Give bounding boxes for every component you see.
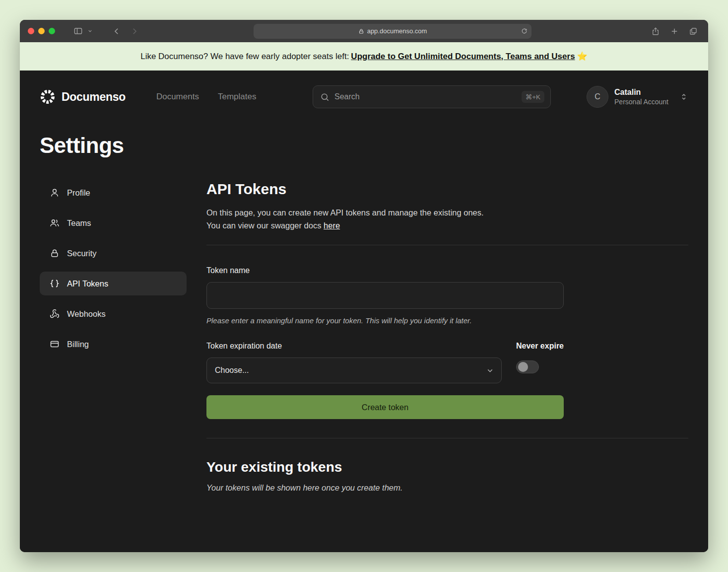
sidebar-item-label: Security	[67, 249, 97, 258]
sidebar-item-label: Profile	[67, 188, 90, 198]
browser-window: app.documenso.com Like Documenso? We hav…	[20, 20, 708, 552]
sidebar-item-label: Webhooks	[67, 309, 106, 319]
star-emoji: ⭐	[577, 51, 588, 62]
api-tokens-panel: API Tokens On this page, you can create …	[206, 181, 688, 493]
sidebar-item-webhooks[interactable]: Webhooks	[40, 302, 187, 326]
search-icon	[320, 92, 330, 102]
search-placeholder: Search	[334, 92, 360, 101]
share-icon[interactable]	[649, 24, 662, 38]
existing-tokens-section: Your existing tokens Your tokens will be…	[206, 459, 688, 493]
sidebar-toggle-icon[interactable]	[71, 24, 85, 38]
sidebar-item-profile[interactable]: Profile	[40, 181, 187, 205]
main-nav: Documents Templates	[156, 92, 256, 102]
section-description-line1: On this page, you can create new API tok…	[206, 208, 484, 217]
settings-sidebar: Profile Teams Security API Tokens Webhoo…	[40, 181, 187, 493]
search-input[interactable]: Search ⌘+K	[313, 85, 551, 108]
forward-button-icon	[128, 24, 141, 38]
close-window-button[interactable]	[28, 28, 34, 34]
address-bar[interactable]: app.documenso.com	[254, 24, 531, 39]
token-name-input[interactable]	[206, 282, 564, 309]
chevrons-up-down-icon	[679, 92, 688, 101]
divider	[206, 245, 688, 245]
page-title: Settings	[40, 133, 708, 158]
avatar: C	[587, 86, 608, 108]
select-value: Choose...	[215, 366, 249, 375]
sidebar-item-label: Teams	[67, 218, 91, 228]
app-header: Documenso Documents Templates Search ⌘+K…	[20, 71, 708, 108]
divider	[206, 438, 688, 438]
sidebar-item-security[interactable]: Security	[40, 241, 187, 265]
lock-icon	[50, 248, 60, 258]
search-shortcut-badge: ⌘+K	[522, 91, 544, 103]
sidebar-chevron-icon[interactable]	[86, 24, 94, 38]
zoom-window-button[interactable]	[49, 28, 55, 34]
webhook-icon	[50, 309, 60, 319]
existing-tokens-empty-text: Your tokens will be shown here once you …	[206, 483, 688, 493]
user-meta: Catalin Personal Account	[614, 88, 668, 106]
sidebar-item-api-tokens[interactable]: API Tokens	[40, 272, 187, 295]
user-name: Catalin	[614, 88, 668, 97]
documenso-logo-icon	[40, 89, 56, 105]
never-expire-label: Never expire	[516, 342, 564, 351]
token-name-label: Token name	[206, 266, 564, 275]
new-tab-icon[interactable]	[667, 24, 681, 38]
user-menu[interactable]: C Catalin Personal Account	[587, 86, 688, 108]
documenso-app: Documenso Documents Templates Search ⌘+K…	[20, 71, 708, 552]
nav-documents[interactable]: Documents	[156, 92, 199, 102]
browser-titlebar: app.documenso.com	[20, 20, 708, 42]
sidebar-item-teams[interactable]: Teams	[40, 211, 187, 235]
token-name-hint: Please enter a meaningful name for your …	[206, 316, 564, 325]
credit-card-icon	[50, 339, 60, 349]
expiration-date-label: Token expiration date	[206, 342, 502, 351]
chevron-down-icon	[486, 366, 494, 375]
lock-icon	[358, 28, 364, 34]
traffic-lights	[28, 28, 55, 34]
tab-overview-icon[interactable]	[686, 24, 700, 38]
existing-tokens-title: Your existing tokens	[206, 459, 688, 475]
upgrade-link[interactable]: Upgrade to Get Unlimited Documents, Team…	[351, 52, 575, 62]
never-expire-toggle[interactable]	[516, 360, 539, 373]
create-token-form: Token name Please enter a meaningful nam…	[206, 266, 564, 419]
section-title: API Tokens	[206, 181, 688, 198]
toggle-knob	[518, 362, 528, 372]
braces-icon	[50, 279, 60, 288]
sidebar-item-label: API Tokens	[67, 279, 108, 288]
user-account-type: Personal Account	[614, 98, 668, 106]
user-icon	[50, 188, 60, 198]
brand[interactable]: Documenso	[40, 89, 126, 105]
back-button-icon[interactable]	[110, 24, 124, 38]
minimize-window-button[interactable]	[38, 28, 45, 34]
url-text: app.documenso.com	[367, 27, 427, 35]
users-icon	[50, 218, 60, 228]
sidebar-item-billing[interactable]: Billing	[40, 332, 187, 356]
swagger-docs-link[interactable]: here	[324, 221, 340, 230]
brand-name: Documenso	[62, 90, 126, 104]
promo-text: Like Documenso? We have few early adopte…	[140, 52, 349, 62]
section-description-line2: You can view our swagger docs	[206, 221, 321, 230]
nav-templates[interactable]: Templates	[218, 92, 256, 102]
sidebar-item-label: Billing	[67, 340, 89, 349]
expiration-date-select[interactable]: Choose...	[206, 358, 502, 383]
reload-icon[interactable]	[521, 28, 528, 34]
create-token-button[interactable]: Create token	[206, 395, 564, 419]
promo-banner: Like Documenso? We have few early adopte…	[20, 42, 708, 71]
